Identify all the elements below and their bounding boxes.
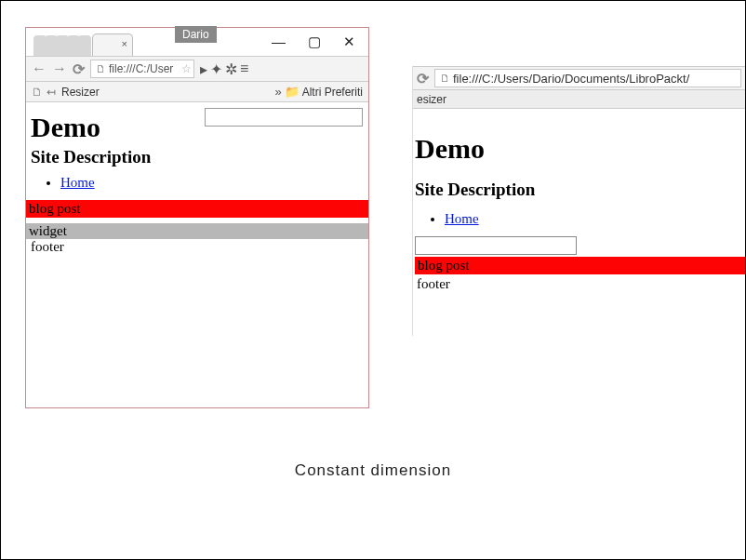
nav-link-home[interactable]: Home (445, 211, 479, 226)
close-tab-icon[interactable]: × (122, 38, 127, 49)
overflow-chevron-icon[interactable]: » (274, 85, 281, 99)
forward-button[interactable]: → (52, 60, 67, 77)
window-controls: — ▢ ✕ (259, 28, 368, 56)
list-item: Home (60, 175, 364, 191)
nav-list: Home (31, 175, 364, 191)
window-titlebar[interactable]: × Dario — ▢ ✕ (26, 28, 368, 56)
page-title: Demo (415, 133, 745, 165)
page-subtitle: Site Description (31, 147, 364, 167)
search-input[interactable] (415, 236, 577, 255)
close-window-button[interactable]: ✕ (343, 33, 355, 50)
tab-strip: × (26, 33, 133, 56)
page-subtitle: Site Description (415, 180, 745, 200)
footer-section: footer (31, 239, 364, 255)
reload-button[interactable]: ⟳ (73, 60, 85, 78)
extensions-icon[interactable]: ✦ (210, 60, 222, 78)
list-item: Home (445, 211, 745, 227)
address-bar[interactable]: 🗋 file:///C:/User ☆ (90, 60, 194, 78)
minimize-button[interactable]: — (272, 33, 286, 50)
bookmarks-bar: 🗋 ↤ Resizer » 📁 Altri Preferiti (26, 82, 368, 102)
figure-caption: Constant dimension (1, 461, 745, 480)
back-button[interactable]: ← (32, 60, 47, 77)
menu-icon[interactable]: ≡ (240, 60, 248, 78)
url-text: file:///C:/Users/Dario/Documents/LibroPa… (453, 72, 689, 86)
browser-toolbar: ← → ⟳ 🗋 file:///C:/User ☆ ▸ ✦ ✲ ≡ (26, 56, 368, 82)
file-icon: 🗋 (96, 63, 106, 74)
search-input[interactable] (205, 108, 363, 127)
file-icon: 🗋 (440, 73, 450, 84)
bookmark-star-icon[interactable]: ☆ (181, 62, 192, 75)
footer-section: footer (415, 276, 745, 292)
nav-link-home[interactable]: Home (60, 175, 95, 190)
folder-icon: 📁 (285, 85, 300, 99)
blog-post-section: blog post (26, 200, 368, 218)
bookmarks-bar: esizer (413, 90, 745, 109)
browser-window-right: ⟳ 🗋 file:///C:/Users/Dario/Documents/Lib… (412, 66, 745, 336)
bookmark-folder-altri[interactable]: Altri Preferiti (302, 86, 363, 99)
browser-window-left: × Dario — ▢ ✕ ← → ⟳ 🗋 file:///C:/User ☆ … (25, 27, 369, 408)
background-tab[interactable] (78, 35, 91, 56)
browser-toolbar: ⟳ 🗋 file:///C:/Users/Dario/Documents/Lib… (413, 66, 745, 90)
bookmark-fragment[interactable]: esizer (417, 93, 446, 106)
settings-gear-icon[interactable]: ✲ (225, 60, 237, 78)
page-icon: 🗋 (32, 86, 43, 99)
address-bar[interactable]: 🗋 file:///C:/Users/Dario/Documents/Libro… (434, 69, 741, 87)
blog-post-section: blog post (415, 257, 745, 274)
page-content-right: Demo Site Description Home blog post foo… (413, 109, 745, 292)
bookmark-resizer[interactable]: Resizer (61, 86, 100, 99)
active-tab[interactable]: × (92, 33, 133, 56)
maximize-button[interactable]: ▢ (308, 33, 321, 50)
anchor-icon: ↤ (47, 86, 56, 99)
tab-tooltip: Dario (175, 26, 217, 43)
extension-icons: ▸ ✦ ✲ ≡ (200, 60, 248, 78)
nav-list: Home (415, 211, 745, 227)
page-content-left: Demo Site Description Home blog post wid… (26, 102, 368, 255)
widget-section: widget (26, 223, 368, 239)
dropdown-icon[interactable]: ▸ (200, 60, 207, 78)
url-text: file:///C:/User (109, 62, 173, 75)
reload-button[interactable]: ⟳ (417, 70, 429, 87)
